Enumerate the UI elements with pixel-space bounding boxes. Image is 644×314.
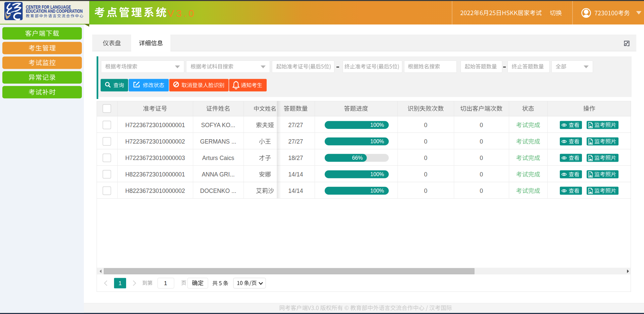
- svg-text:0: 0: [480, 155, 483, 161]
- svg-text:GERMANS ...: GERMANS ...: [200, 138, 236, 145]
- svg-text:27/27: 27/27: [288, 122, 303, 128]
- svg-text:1: 1: [118, 280, 121, 286]
- svg-text:H82236723010000002: H82236723010000002: [125, 188, 185, 194]
- svg-text:0: 0: [424, 138, 427, 145]
- svg-text:0: 0: [480, 122, 483, 128]
- svg-text:1: 1: [164, 280, 167, 286]
- svg-text:H72236723010000002: H72236723010000002: [125, 138, 185, 145]
- svg-text:SOFYA KO...: SOFYA KO...: [201, 122, 235, 128]
- svg-text:EDUCATION AND COOPERATION: EDUCATION AND COOPERATION: [26, 8, 83, 14]
- svg-text:14/14: 14/14: [288, 171, 303, 178]
- svg-text:H82236723010000001: H82236723010000001: [125, 171, 185, 178]
- svg-text:0: 0: [424, 122, 427, 128]
- svg-text:100%: 100%: [370, 122, 384, 128]
- svg-text:100%: 100%: [370, 171, 384, 177]
- svg-text:V3.0: V3.0: [167, 8, 196, 19]
- svg-text:Arturs Caics: Arturs Caics: [202, 155, 234, 161]
- svg-text:0: 0: [480, 171, 483, 178]
- svg-text:ANNA GRI...: ANNA GRI...: [202, 171, 234, 178]
- svg-text:H72236723010000003: H72236723010000003: [125, 155, 185, 161]
- svg-text:0: 0: [424, 188, 427, 194]
- svg-text:100%: 100%: [370, 139, 384, 144]
- svg-text:100%: 100%: [370, 188, 384, 194]
- svg-text:14/14: 14/14: [288, 188, 303, 194]
- svg-text:27/27: 27/27: [288, 138, 303, 145]
- svg-text:0: 0: [424, 155, 427, 161]
- svg-text:0: 0: [424, 171, 427, 178]
- svg-text:H72236723010000001: H72236723010000001: [125, 122, 185, 128]
- svg-text:66%: 66%: [352, 155, 363, 161]
- svg-text:DOCENKO ...: DOCENKO ...: [200, 188, 236, 194]
- svg-text:18/27: 18/27: [288, 155, 303, 161]
- svg-text:0: 0: [480, 138, 483, 145]
- svg-text:0: 0: [480, 188, 483, 194]
